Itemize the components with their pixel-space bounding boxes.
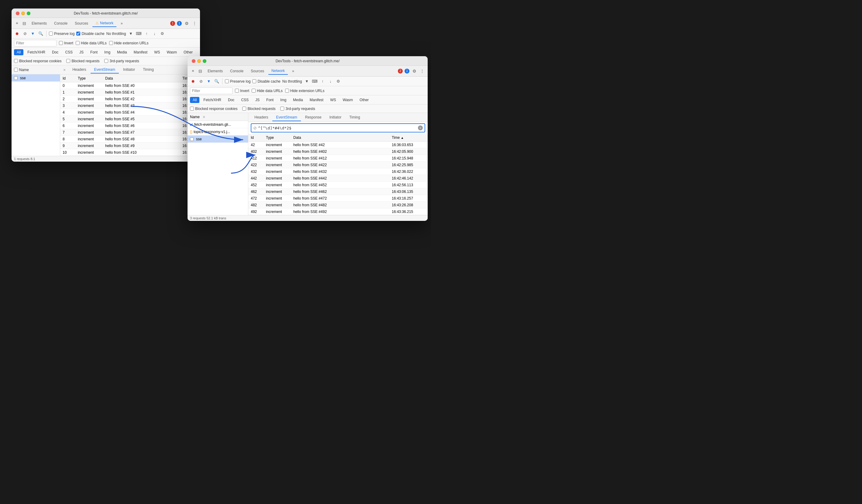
- wifi-icon-2[interactable]: ⌨: [312, 78, 318, 84]
- third-party-2[interactable]: 3rd-party requests: [280, 107, 315, 111]
- hide-ext-checkbox-2[interactable]: [285, 89, 289, 93]
- event-row-1-2[interactable]: 2 increment hello from SSE #2 16:3: [60, 96, 200, 102]
- throttle-arrow-2[interactable]: ▼: [304, 78, 310, 84]
- upload-icon-2[interactable]: ↑: [319, 78, 326, 84]
- event-row-1-1[interactable]: 1 increment hello from SSE #1 16:3: [60, 89, 200, 96]
- blocked-cookies-cb-2[interactable]: [190, 107, 194, 110]
- hide-ext-checkbox-1[interactable]: [109, 41, 113, 45]
- event-row-2-6[interactable]: 452 increment hello from SSE #452 16:42:…: [248, 182, 428, 188]
- type-font-1[interactable]: Font: [88, 49, 100, 55]
- type-css-2[interactable]: CSS: [238, 97, 251, 103]
- stop-recording-btn-1[interactable]: ⏺: [14, 31, 20, 37]
- type-js-2[interactable]: JS: [252, 97, 262, 103]
- cursor-icon[interactable]: ⌖: [14, 21, 20, 26]
- name-cb-1[interactable]: [14, 68, 18, 72]
- event-row-1-4[interactable]: 4 increment hello from SSE #4 16:3: [60, 109, 200, 116]
- stop-recording-btn-2[interactable]: ⏺: [190, 78, 196, 84]
- clear-filter-btn-2[interactable]: ×: [418, 125, 423, 130]
- panel-headers-2[interactable]: Headers: [251, 114, 272, 121]
- settings-icon-1[interactable]: ⚙: [184, 21, 190, 26]
- event-row-2-7[interactable]: 462 increment hello from SSE #462 16:43:…: [248, 188, 428, 195]
- type-js-1[interactable]: JS: [77, 49, 86, 55]
- event-row-1-9[interactable]: 9 increment hello from SSE #9 16:3: [60, 143, 200, 149]
- type-doc-1[interactable]: Doc: [49, 49, 61, 55]
- type-fetch-1[interactable]: Fetch/XHR: [25, 49, 48, 55]
- layers-icon-2[interactable]: ⊟: [197, 68, 203, 74]
- type-fetch-2[interactable]: Fetch/XHR: [200, 97, 224, 103]
- blocked-requests-1[interactable]: Blocked requests: [66, 59, 100, 63]
- disable-cache-checkbox-1[interactable]: [76, 31, 80, 36]
- request-sse-1[interactable]: sse: [12, 75, 60, 82]
- preserve-log-checkbox-1[interactable]: [49, 31, 53, 36]
- type-other-2[interactable]: Other: [357, 97, 371, 103]
- request-fetch-2[interactable]: ⇄ fetch-eventstream.gli...: [187, 121, 248, 128]
- invert-label-2[interactable]: Invert: [235, 89, 249, 93]
- tab-network-1[interactable]: ⚠ Network: [92, 20, 116, 27]
- panel-response-2[interactable]: Response: [301, 114, 325, 121]
- minimize-button-2[interactable]: [197, 59, 201, 63]
- disable-cache-checkbox-2[interactable]: [252, 79, 256, 83]
- request-json-2[interactable]: {} topics-taxonomy-v1.j...: [187, 128, 248, 135]
- sse-cb[interactable]: [14, 76, 18, 80]
- disable-cache-label-1[interactable]: Disable cache: [76, 31, 104, 36]
- event-row-2-1[interactable]: 402 increment hello from SSE #402 16:42:…: [248, 148, 428, 155]
- close-button-2[interactable]: [192, 59, 195, 63]
- layers-icon[interactable]: ⊟: [21, 21, 27, 26]
- type-ws-2[interactable]: WS: [327, 97, 339, 103]
- maximize-button-1[interactable]: [27, 12, 30, 15]
- maximize-button-2[interactable]: [203, 59, 206, 63]
- download-icon-2[interactable]: ↓: [327, 78, 334, 84]
- type-img-2[interactable]: Img: [277, 97, 289, 103]
- blocked-cookies-cb-1[interactable]: [14, 59, 18, 63]
- cursor-icon-2[interactable]: ⌖: [190, 68, 196, 74]
- event-row-1-8[interactable]: 8 increment hello from SSE #8 16:3: [60, 136, 200, 143]
- settings-icon-2[interactable]: ⚙: [411, 68, 417, 74]
- panel-timing-2[interactable]: Timing: [345, 114, 364, 121]
- hide-data-label-2[interactable]: Hide data URLs: [252, 89, 283, 93]
- tab-elements-1[interactable]: Elements: [29, 20, 50, 27]
- event-row-2-2[interactable]: 412 increment hello from SSE #412 16:42:…: [248, 155, 428, 162]
- panel-tab-headers-1[interactable]: Headers: [69, 66, 90, 74]
- panel-eventstream-2[interactable]: EventStream: [272, 114, 301, 121]
- blocked-requests-cb-1[interactable]: [66, 59, 70, 63]
- invert-label-1[interactable]: Invert: [59, 41, 73, 45]
- hide-data-checkbox-2[interactable]: [252, 89, 256, 93]
- event-row-1-0[interactable]: 0 increment hello from SSE #0 16:3: [60, 82, 200, 89]
- blocked-requests-cb-2[interactable]: [242, 107, 246, 110]
- filter-input-1[interactable]: [14, 40, 56, 47]
- search-btn-2[interactable]: 🔍: [214, 78, 220, 84]
- event-row-2-10[interactable]: 492 increment hello from SSE #492 16:43:…: [248, 209, 428, 215]
- event-row-2-8[interactable]: 472 increment hello from SSE #472 16:43:…: [248, 195, 428, 202]
- blocked-cookies-2[interactable]: Blocked response cookies: [190, 107, 237, 111]
- blocked-requests-2[interactable]: Blocked requests: [242, 107, 275, 111]
- panel-tab-initiator-1[interactable]: Initiator: [119, 66, 139, 74]
- event-row-1-6[interactable]: 6 increment hello from SSE #6 16:3: [60, 122, 200, 129]
- sse-cb-2[interactable]: [190, 137, 194, 141]
- type-css-1[interactable]: CSS: [62, 49, 75, 55]
- type-manifest-1[interactable]: Manifest: [131, 49, 150, 55]
- event-row-1-10[interactable]: 10 increment hello from SSE #10 16:3: [60, 149, 200, 156]
- name-header-1[interactable]: Name: [14, 68, 29, 72]
- more-icon-1[interactable]: ⋮: [192, 21, 198, 26]
- type-media-1[interactable]: Media: [114, 49, 130, 55]
- tab-more-2[interactable]: »: [289, 68, 297, 75]
- tab-console-1[interactable]: Console: [51, 20, 70, 27]
- hide-ext-label-1[interactable]: Hide extension URLs: [109, 41, 149, 45]
- tab-sources-1[interactable]: Sources: [72, 20, 91, 27]
- throttle-arrow-1[interactable]: ▼: [128, 31, 134, 37]
- funnel-btn-1[interactable]: ▼: [30, 31, 36, 37]
- panel-tab-timing-1[interactable]: Timing: [139, 66, 157, 74]
- event-row-2-0[interactable]: 42 increment hello from SSE #42 16:36:03…: [248, 142, 428, 148]
- regex-filter-input-2[interactable]: [258, 126, 417, 130]
- type-ws-1[interactable]: WS: [152, 49, 162, 55]
- invert-checkbox-2[interactable]: [235, 89, 239, 93]
- request-sse-2[interactable]: sse: [187, 135, 248, 143]
- panel-initiator-2[interactable]: Initiator: [326, 114, 345, 121]
- event-row-1-3[interactable]: 3 increment hello from SSE #3 16:3: [60, 102, 200, 109]
- invert-checkbox-1[interactable]: [59, 41, 63, 45]
- tab-console-2[interactable]: Console: [227, 68, 247, 75]
- type-doc-2[interactable]: Doc: [225, 97, 237, 103]
- event-row-2-3[interactable]: 422 increment hello from SSE #422 16:42:…: [248, 162, 428, 168]
- disable-cache-label-2[interactable]: Disable cache: [252, 79, 280, 83]
- import-har-1[interactable]: ⚙: [159, 31, 165, 37]
